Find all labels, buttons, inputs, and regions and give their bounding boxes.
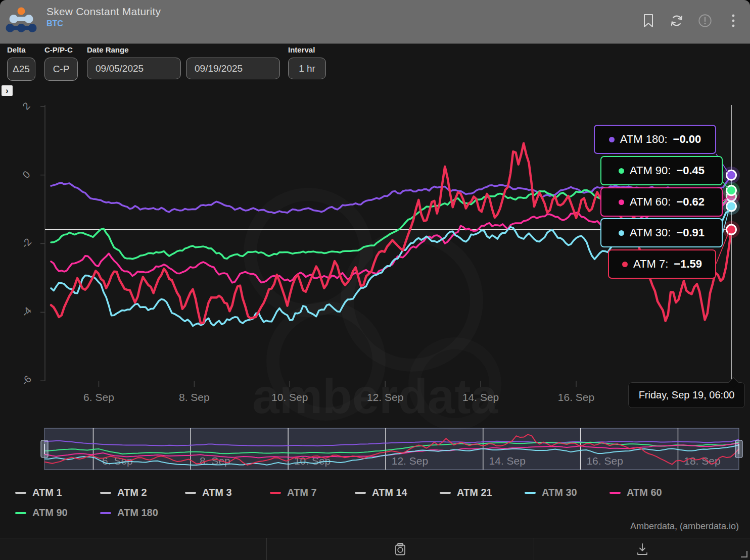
resize-corner-handle[interactable] (741, 551, 747, 557)
footer-toolbar (0, 538, 750, 560)
x-axis-tick-label: 6. Sep (83, 391, 114, 403)
y-axis-tick-label: 2 (20, 100, 32, 112)
download-icon (636, 542, 649, 556)
legend-dash-icon (440, 492, 451, 494)
legend-item-atm-1[interactable]: ATM 1 (15, 485, 100, 500)
camera-icon (393, 542, 408, 556)
cp-pc-label: C-P/P-C (44, 45, 78, 54)
page-title: Skew Constant Maturity (46, 6, 161, 18)
legend-dash-icon (525, 492, 536, 494)
refresh-button[interactable] (669, 12, 684, 29)
range-navigator[interactable]: 6. Sep8. Sep10. Sep12. Sep14. Sep16. Sep… (44, 428, 739, 470)
footer-cell-empty (0, 538, 266, 560)
alert-icon[interactable] (697, 12, 713, 29)
amberdata-logo-icon (5, 5, 37, 37)
point-marker-atm-30 (727, 201, 736, 211)
delta-select[interactable]: Δ25 (7, 58, 35, 81)
legend-dash-icon (610, 492, 621, 494)
date-end-input[interactable]: 09/19/2025 (186, 58, 280, 79)
legend-item-atm-60[interactable]: ATM 60 (610, 485, 694, 500)
legend-dash-icon (100, 512, 111, 514)
legend-label: ATM 60 (627, 487, 662, 498)
legend-dash-icon (185, 492, 196, 494)
legend-item-atm-3[interactable]: ATM 3 (185, 485, 270, 500)
tooltip-series-value: −0.91 (676, 226, 705, 239)
tooltip-series-name: ATM 180: (620, 133, 668, 146)
interval-label: Interval (288, 45, 326, 54)
legend-dash-icon (15, 492, 26, 494)
legend-item-atm-180[interactable]: ATM 180 (100, 505, 185, 521)
legend-item-atm-2[interactable]: ATM 2 (100, 485, 185, 500)
screenshot-button[interactable] (266, 538, 534, 560)
legend-label: ATM 180 (117, 507, 158, 519)
navigator-right-handle[interactable] (735, 440, 742, 457)
date-range-label: Date Range (87, 45, 280, 54)
attribution-text: Amberdata, (amberdata.io) (630, 521, 739, 532)
tooltip-series-name: ATM 90: (630, 164, 671, 177)
point-marker-atm-90 (727, 186, 736, 195)
navigator-date-label: 12. Sep (392, 455, 428, 467)
tooltip-series-name: ATM 60: (630, 195, 671, 209)
y-axis-tick-label: -4 (19, 304, 33, 319)
date-start-input[interactable]: 09/05/2025 (87, 58, 181, 79)
legend: ATM 1ATM 2ATM 3ATM 7ATM 14ATM 21ATM 30AT… (15, 485, 713, 521)
legend-label: ATM 1 (32, 487, 62, 498)
tooltip-atm-180: ATM 180: −0.00 (594, 125, 716, 154)
navigator-date-label: 14. Sep (489, 455, 526, 467)
series-dot-icon (619, 230, 624, 236)
tooltip-series-name: ATM 7: (633, 258, 668, 271)
series-dot-icon (609, 137, 615, 142)
y-axis-tick-label: 0 (20, 169, 32, 180)
tooltip-atm-60: ATM 60: −0.62 (600, 187, 723, 217)
legend-item-atm-21[interactable]: ATM 21 (440, 485, 525, 500)
x-axis-tick-label: 10. Sep (271, 391, 308, 403)
navigator-left-handle[interactable] (41, 440, 48, 457)
series-dot-icon (622, 262, 628, 267)
legend-item-atm-14[interactable]: ATM 14 (355, 485, 440, 500)
tooltip-atm-90: ATM 90: −0.45 (600, 156, 723, 185)
legend-dash-icon (355, 492, 366, 494)
legend-label: ATM 14 (372, 487, 407, 498)
x-axis-tick-label: 16. Sep (558, 391, 594, 403)
legend-item-atm-30[interactable]: ATM 30 (525, 485, 610, 500)
navigator-date-label: 18. Sep (684, 455, 720, 467)
page-symbol: BTC (46, 19, 161, 28)
legend-item-atm-90[interactable]: ATM 90 (15, 505, 100, 521)
tooltip-series-value: −1.59 (674, 258, 702, 271)
legend-label: ATM 90 (32, 507, 68, 519)
y-axis-tick-label: -2 (19, 236, 33, 250)
legend-label: ATM 2 (117, 487, 147, 498)
navigator-date-label: 16. Sep (586, 455, 623, 467)
legend-dash-icon (270, 492, 281, 494)
interval-select[interactable]: 1 hr (288, 58, 326, 79)
bookmark-button[interactable] (641, 12, 656, 29)
x-axis-tick-label: 14. Sep (462, 391, 499, 403)
legend-label: ATM 7 (287, 487, 317, 498)
download-button[interactable] (534, 538, 750, 560)
legend-label: ATM 30 (542, 487, 577, 498)
series-dot-icon (619, 168, 624, 174)
legend-label: ATM 21 (457, 487, 492, 498)
legend-label: ATM 3 (202, 487, 232, 498)
point-marker-atm-7 (727, 225, 736, 234)
x-axis-tick-label: 8. Sep (179, 391, 210, 403)
crosshair-date-tooltip: Friday, Sep 19, 06:00 (628, 382, 745, 408)
header-bar: Skew Constant Maturity BTC (0, 0, 750, 44)
amberdata-watermark: amberdata (250, 194, 498, 424)
tooltip-series-name: ATM 30: (630, 226, 671, 239)
legend-dash-icon (15, 512, 26, 514)
y-axis-tick-label: -6 (19, 373, 33, 387)
x-axis-tick-label: 12. Sep (367, 391, 403, 403)
cp-pc-select[interactable]: C-P (44, 58, 78, 81)
tooltip-atm-7: ATM 7: −1.59 (608, 249, 716, 279)
tooltip-atm-30: ATM 30: −0.91 (600, 218, 723, 247)
series-dot-icon (619, 199, 624, 205)
app-window: Skew Constant Maturity BTC (0, 0, 750, 560)
kebab-menu-button[interactable] (726, 12, 741, 29)
legend-item-atm-7[interactable]: ATM 7 (270, 485, 355, 500)
tooltip-series-value: −0.00 (673, 133, 701, 146)
delta-label: Delta (7, 45, 35, 54)
legend-dash-icon (100, 492, 111, 494)
tooltip-series-value: −0.45 (676, 164, 705, 177)
controls-row: Delta Δ25 C-P/P-C C-P Date Range 09/05/2… (7, 45, 326, 81)
